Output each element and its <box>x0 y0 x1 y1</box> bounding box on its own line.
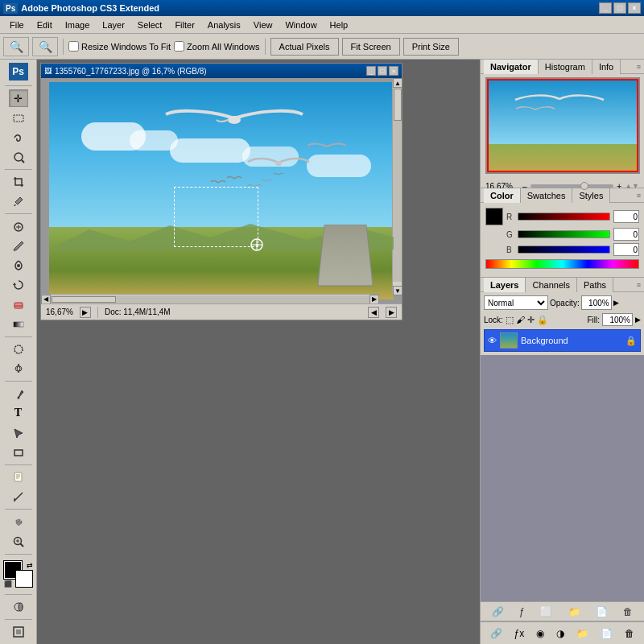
screen-mode-tool[interactable] <box>9 623 28 641</box>
clone-tool[interactable] <box>9 257 28 275</box>
scroll-left-btn[interactable]: ◀ <box>41 295 51 304</box>
tab-channels[interactable]: Channels <box>526 278 576 292</box>
status-btn[interactable]: ▶ <box>80 307 91 318</box>
measure-tool[interactable] <box>9 488 28 506</box>
green-value-input[interactable] <box>613 228 639 241</box>
zoom-in-btn[interactable]: 🔍 <box>32 37 58 56</box>
scroll-down-btn[interactable]: ▼ <box>393 286 402 295</box>
quick-mask-tool[interactable] <box>9 598 28 616</box>
doc-close-button[interactable]: × <box>389 66 398 76</box>
zoom-slider-thumb[interactable] <box>580 182 588 190</box>
print-size-button[interactable]: Print Size <box>403 38 459 56</box>
close-button[interactable]: × <box>628 2 641 14</box>
fill-input[interactable] <box>602 313 633 326</box>
canvas-area[interactable]: ▲ ▼ ◀ ▶ <box>41 78 402 303</box>
menu-layer[interactable]: Layer <box>96 19 131 31</box>
nav-right-btn[interactable]: ▶ <box>386 307 397 318</box>
tab-navigator[interactable]: Navigator <box>484 60 539 74</box>
navigator-panel-menu[interactable]: ≡ <box>637 63 641 71</box>
menu-help[interactable]: Help <box>324 19 355 31</box>
shape-tool[interactable] <box>9 444 28 461</box>
menu-select[interactable]: Select <box>131 19 169 31</box>
menu-window[interactable]: Window <box>279 19 323 31</box>
minimize-button[interactable]: _ <box>599 2 612 14</box>
tab-swatches[interactable]: Swatches <box>521 188 573 203</box>
lock-move-icon[interactable]: ✛ <box>527 315 535 325</box>
add-style-btn[interactable]: ƒ <box>519 606 525 617</box>
zoom-slider[interactable] <box>530 184 614 188</box>
menu-view[interactable]: View <box>247 19 279 31</box>
menu-file[interactable]: File <box>3 19 31 31</box>
add-mask-btn[interactable]: ⬜ <box>540 606 552 617</box>
eyedropper-tool[interactable] <box>9 192 28 210</box>
opacity-arrow[interactable]: ▶ <box>613 299 619 307</box>
doc-minimize-button[interactable]: _ <box>366 66 376 76</box>
folder-btn[interactable]: 📁 <box>576 628 588 639</box>
tab-paths[interactable]: Paths <box>577 278 613 292</box>
adjust-btn[interactable]: ◑ <box>556 628 564 639</box>
tab-histogram[interactable]: Histogram <box>539 60 592 74</box>
zoom-all-input[interactable] <box>174 41 184 52</box>
new-layer-btn[interactable]: 📄 <box>596 606 608 617</box>
menu-analysis[interactable]: Analysis <box>201 19 247 31</box>
zoom-out-btn[interactable]: 🔍 <box>3 37 29 56</box>
new-layer-bottom-btn[interactable]: 📄 <box>601 628 613 639</box>
menu-filter[interactable]: Filter <box>168 19 200 31</box>
delete-layer-btn[interactable]: 🗑 <box>623 606 633 617</box>
resize-windows-input[interactable] <box>68 41 79 52</box>
new-group-btn[interactable]: 📁 <box>568 606 580 617</box>
layer-visibility-icon[interactable]: 👁 <box>488 336 497 345</box>
quick-select-tool[interactable] <box>9 148 28 166</box>
tab-layers[interactable]: Layers <box>484 278 526 292</box>
lock-all-icon[interactable]: 🔒 <box>537 315 548 325</box>
tab-info[interactable]: Info <box>592 60 621 74</box>
history-brush-tool[interactable] <box>9 276 28 294</box>
gradient-tool[interactable] <box>9 316 28 333</box>
lock-brush-icon[interactable]: 🖌 <box>516 315 525 324</box>
menu-image[interactable]: Image <box>59 19 97 31</box>
dodge-tool[interactable] <box>9 360 28 378</box>
move-tool[interactable]: ✛ <box>9 89 28 107</box>
opacity-input[interactable] <box>581 295 612 310</box>
vertical-scrollbar[interactable]: ▲ ▼ <box>392 78 402 295</box>
color-panel-menu[interactable]: ≡ <box>637 192 641 200</box>
navigator-view-box[interactable] <box>487 79 638 172</box>
blur-tool[interactable] <box>9 341 28 358</box>
swap-colors-icon[interactable]: ⇄ <box>27 561 33 569</box>
crop-tool[interactable] <box>9 173 28 191</box>
reset-colors-icon[interactable]: ⬛ <box>4 580 12 588</box>
link-layers-btn[interactable]: 🔗 <box>492 606 504 617</box>
trash-btn[interactable]: 🗑 <box>625 628 634 639</box>
tab-styles[interactable]: Styles <box>572 188 610 203</box>
notes-tool[interactable] <box>9 469 28 486</box>
blue-slider[interactable] <box>518 246 610 254</box>
maximize-button[interactable]: □ <box>613 2 626 14</box>
zoom-view-tool[interactable] <box>9 533 28 551</box>
brush-tool[interactable] <box>9 237 28 255</box>
pen-tool[interactable] <box>9 385 28 402</box>
marquee-tool[interactable] <box>9 109 28 126</box>
actual-pixels-button[interactable]: Actual Pixels <box>270 38 339 56</box>
color-spectrum-bar[interactable] <box>485 259 639 269</box>
active-color-swatch[interactable] <box>485 208 503 225</box>
fill-arrow[interactable]: ▶ <box>635 316 641 324</box>
link-btn[interactable]: 🔗 <box>490 628 502 639</box>
lock-transparent-icon[interactable]: ⬚ <box>506 315 514 325</box>
tab-color[interactable]: Color <box>484 188 521 203</box>
mask-circle-btn[interactable]: ◉ <box>536 628 544 639</box>
resize-windows-checkbox[interactable]: Resize Windows To Fit <box>68 41 171 52</box>
green-slider[interactable] <box>518 230 610 238</box>
background-layer-row[interactable]: 👁 Background 🔒 <box>484 329 641 352</box>
scroll-right-btn[interactable]: ▶ <box>369 295 379 304</box>
red-value-input[interactable] <box>613 210 639 223</box>
scroll-thumb[interactable] <box>394 89 402 121</box>
hand-tool[interactable] <box>9 513 28 530</box>
lasso-tool[interactable] <box>9 129 28 147</box>
fit-screen-button[interactable]: Fit Screen <box>342 38 400 56</box>
eraser-tool[interactable] <box>9 295 28 313</box>
blue-value-input[interactable] <box>613 243 639 256</box>
healing-tool[interactable] <box>9 217 28 235</box>
nav-left-btn[interactable]: ◀ <box>368 307 379 318</box>
scroll-up-btn[interactable]: ▲ <box>393 78 402 88</box>
text-tool[interactable]: T <box>9 404 28 422</box>
